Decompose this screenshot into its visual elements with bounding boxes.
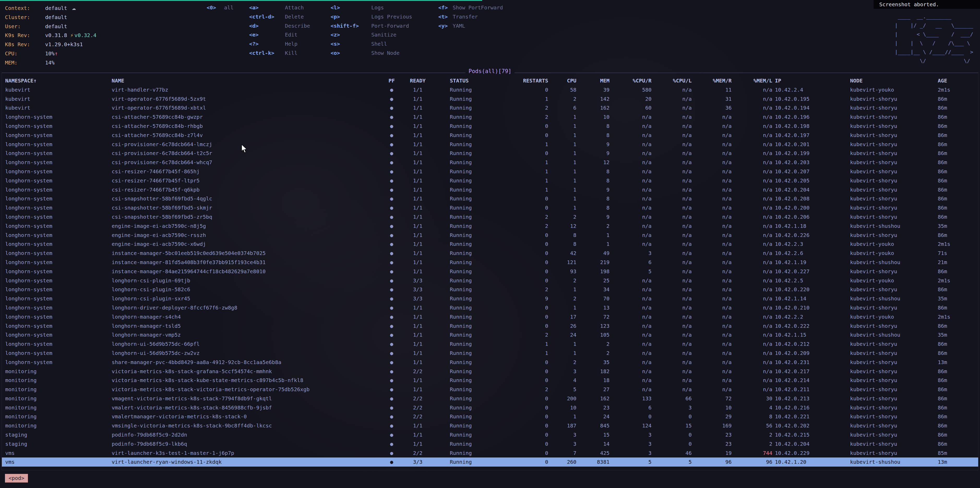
cell-ready: 1/1 bbox=[399, 303, 436, 312]
pod-row[interactable]: monitoringvictoria-metrics-k8s-stack-kub… bbox=[2, 376, 978, 385]
pod-row[interactable]: longhorn-systemlonghorn-driver-deployer-… bbox=[2, 303, 978, 312]
pod-row[interactable]: longhorn-systemcsi-attacher-57689cc84b-r… bbox=[2, 122, 978, 131]
cell-mem_r: n/a bbox=[692, 376, 732, 385]
cell-name: victoria-metrics-k8s-stack-victoria-metr… bbox=[112, 385, 384, 394]
cell-name: virt-operator-6776f5689d-xbtxl bbox=[112, 103, 384, 113]
pod-row[interactable]: longhorn-systeminstance-manager-81fd5a40… bbox=[2, 258, 978, 267]
pod-row[interactable]: longhorn-systemshare-manager-pvc-4bbd842… bbox=[2, 358, 978, 367]
pod-row[interactable]: kubevirtvirt-operator-6776f5689d-5zx9t●1… bbox=[2, 94, 978, 103]
pod-row[interactable]: longhorn-systemlonghorn-csi-plugin-582c6… bbox=[2, 285, 978, 294]
pod-row[interactable]: longhorn-systemlonghorn-manager-vmp5z●1/… bbox=[2, 331, 978, 340]
cell-age: 35m bbox=[938, 331, 978, 340]
cell-cpu: 2 bbox=[548, 276, 576, 285]
pod-row[interactable]: longhorn-systemcsi-resizer-7466f7b45f-86… bbox=[2, 167, 978, 176]
cell-cpu: 121 bbox=[548, 258, 576, 267]
shortcut-label: Shell bbox=[371, 41, 387, 47]
cell-cpu: 58 bbox=[548, 85, 576, 94]
pod-row[interactable]: longhorn-systemengine-image-ei-acb7590c-… bbox=[2, 221, 978, 231]
pod-row[interactable]: longhorn-systeminstance-manager-84ae2159… bbox=[2, 267, 978, 276]
cell-mem_l: n/a bbox=[732, 294, 772, 303]
pod-row[interactable]: stagingpodinfo-79db68f5c9-2d2dn●1/1Runni… bbox=[2, 430, 978, 439]
pod-row[interactable]: longhorn-systeminstance-manager-5bc01eeb… bbox=[2, 249, 978, 258]
pod-row[interactable]: longhorn-systemcsi-resizer-7466f7b45f-lt… bbox=[2, 176, 978, 185]
cell-namespace: staging bbox=[5, 439, 112, 448]
pod-row[interactable]: longhorn-systemlonghorn-csi-plugin-sxr45… bbox=[2, 294, 978, 303]
pod-row[interactable]: monitoringvmalertmanager-victoria-metric… bbox=[2, 412, 978, 421]
pod-row[interactable]: stagingpodinfo-79db68f5c9-lkb6q●1/1Runni… bbox=[2, 439, 978, 448]
cell-cpu_l: n/a bbox=[652, 358, 692, 367]
cell-mem_l: n/a bbox=[732, 131, 772, 140]
cell-restarts: 0 bbox=[509, 131, 548, 140]
pf-indicator: ● bbox=[384, 113, 399, 122]
cell-node: kubevirt-shoryu bbox=[850, 267, 938, 276]
pod-row[interactable]: longhorn-systemcsi-provisioner-6c78dcb66… bbox=[2, 149, 978, 158]
cell-mem_r: n/a bbox=[692, 212, 732, 221]
pod-row[interactable]: longhorn-systemlonghorn-manager-tsld5●1/… bbox=[2, 321, 978, 331]
cell-mem: 27 bbox=[576, 385, 609, 394]
k9s-logo-ascii: ____ __.________ | |/ _/ __ \______ | < … bbox=[895, 12, 973, 65]
table-header-row: NAMESPACE↑NAMEPFREADYSTATUSRESTARTSCPUME… bbox=[2, 76, 978, 85]
pod-row[interactable]: longhorn-systemcsi-resizer-7466f7b45f-q6… bbox=[2, 185, 978, 194]
cell-cpu: 260 bbox=[548, 458, 576, 467]
cell-node: kubevirt-youko bbox=[850, 240, 938, 249]
shortcut-item: <shift-f>Port-Forward bbox=[331, 21, 412, 30]
info-label: K8s Rev: bbox=[5, 40, 45, 49]
cell-age: 86m bbox=[938, 349, 978, 358]
cell-ready: 1/1 bbox=[399, 240, 436, 249]
pod-row[interactable]: longhorn-systemlonghorn-ui-56d9b575dc-66… bbox=[2, 340, 978, 349]
cell-ready: 1/1 bbox=[399, 131, 436, 140]
pod-row[interactable]: longhorn-systemlonghorn-ui-56d9b575dc-zw… bbox=[2, 349, 978, 358]
cell-restarts: 0 bbox=[509, 194, 548, 203]
pod-row[interactable]: kubevirtvirt-operator-6776f5689d-xbtxl●1… bbox=[2, 103, 978, 113]
cell-ip: 10.42.0.199 bbox=[772, 149, 850, 158]
cell-ip: 10.42.0.217 bbox=[772, 367, 850, 376]
pod-row[interactable]: monitoringvictoria-metrics-k8s-stack-vic… bbox=[2, 385, 978, 394]
cell-namespace: longhorn-system bbox=[5, 167, 112, 176]
cell-name: share-manager-pvc-4bbd8429-aa8a-4912-92c… bbox=[112, 358, 384, 367]
cell-ip: 10.42.0.205 bbox=[772, 176, 850, 185]
pf-indicator: ● bbox=[384, 403, 399, 412]
pod-row[interactable]: longhorn-systemcsi-attacher-57689cc84b-g… bbox=[2, 113, 978, 122]
pod-row[interactable]: monitoringvmalert-victoria-metrics-k8s-s… bbox=[2, 403, 978, 412]
cell-cpu_l: n/a bbox=[652, 140, 692, 149]
cell-mem_r: n/a bbox=[692, 176, 732, 185]
cell-mem: 1 bbox=[576, 240, 609, 249]
pod-row[interactable]: longhorn-systemlonghorn-csi-plugin-69tjb… bbox=[2, 276, 978, 285]
cell-restarts: 0 bbox=[509, 412, 548, 421]
pod-row[interactable]: longhorn-systemlonghorn-manager-s4ch4●1/… bbox=[2, 312, 978, 321]
shortcut-key: <o> bbox=[331, 49, 371, 58]
breadcrumb-pod[interactable]: <pod> bbox=[5, 474, 28, 483]
shortcut-item: <s>Shell bbox=[331, 40, 412, 49]
cell-ip: 10.42.1.20 bbox=[772, 458, 850, 467]
cell-mem: 219 bbox=[576, 258, 609, 267]
pod-row[interactable]: kubevirtvirt-handler-v77bz●1/1Running058… bbox=[2, 85, 978, 94]
cell-cpu_l: 46 bbox=[652, 448, 692, 458]
pod-row[interactable]: monitoringvictoria-metrics-k8s-stack-gra… bbox=[2, 367, 978, 376]
cell-mem_l: n/a bbox=[732, 349, 772, 358]
pod-row[interactable]: monitoringvmsingle-victoria-metrics-k8s-… bbox=[2, 421, 978, 430]
cell-ready: 3/3 bbox=[399, 294, 436, 303]
pod-row[interactable]: longhorn-systemengine-image-ei-acb7590c-… bbox=[2, 231, 978, 240]
pod-row[interactable]: longhorn-systemengine-image-ei-acb7590c-… bbox=[2, 240, 978, 249]
cell-namespace: longhorn-system bbox=[5, 258, 112, 267]
cell-name: csi-attacher-57689cc84b-z7l4v bbox=[112, 131, 384, 140]
cell-status: Running bbox=[436, 122, 509, 131]
header-cell-name: NAME bbox=[112, 76, 384, 85]
pod-row[interactable]: longhorn-systemcsi-snapshotter-58bf69fbd… bbox=[2, 194, 978, 203]
pod-row[interactable]: monitoringvmagent-victoria-metrics-k8s-s… bbox=[2, 394, 978, 403]
pod-row[interactable]: vmsvirt-launcher-ryan-windows-11-zkdqk●3… bbox=[2, 458, 978, 467]
cell-cpu_l: n/a bbox=[652, 249, 692, 258]
pod-row[interactable]: longhorn-systemcsi-provisioner-6c78dcb66… bbox=[2, 158, 978, 167]
pod-row[interactable]: longhorn-systemcsi-snapshotter-58bf69fbd… bbox=[2, 203, 978, 212]
cell-cpu_l: n/a bbox=[652, 385, 692, 394]
pf-indicator: ● bbox=[384, 458, 399, 467]
pod-row[interactable]: longhorn-systemcsi-attacher-57689cc84b-z… bbox=[2, 131, 978, 140]
pod-row[interactable]: longhorn-systemcsi-snapshotter-58bf69fbd… bbox=[2, 212, 978, 221]
cell-namespace: longhorn-system bbox=[5, 303, 112, 312]
pod-row[interactable]: longhorn-systemcsi-provisioner-6c78dcb66… bbox=[2, 140, 978, 149]
shortcut-group: <0>all bbox=[207, 3, 234, 12]
pod-row[interactable]: vmsvirt-launcher-k3s-test-1-master-1-j6p… bbox=[2, 448, 978, 458]
cell-node: kubevirt-shoryu bbox=[850, 158, 938, 167]
cell-cpu_l: n/a bbox=[652, 194, 692, 203]
cell-cpu_r: 133 bbox=[609, 394, 652, 403]
